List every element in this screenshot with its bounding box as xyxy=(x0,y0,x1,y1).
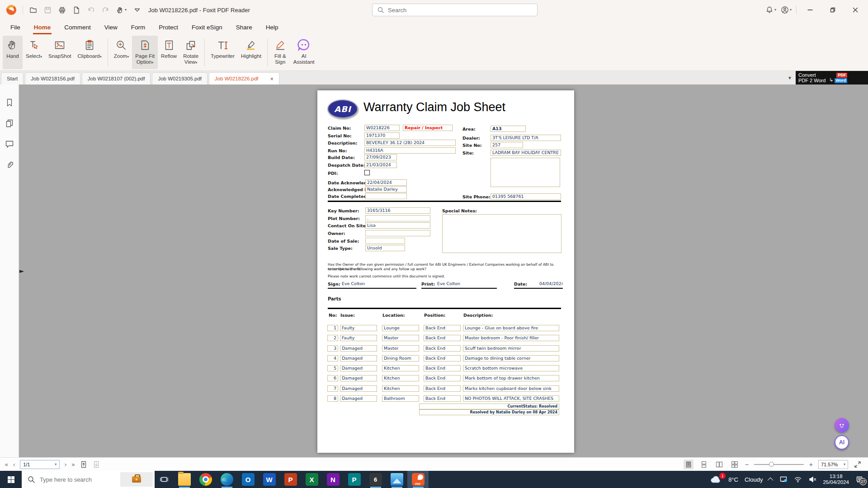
briefcase-button[interactable] xyxy=(120,472,153,487)
last-page-button[interactable]: » xyxy=(71,461,75,468)
menu-comment[interactable]: Comment xyxy=(57,21,98,34)
first-page-button[interactable]: « xyxy=(5,461,9,468)
site-field[interactable]: LADRAM BAY HOLIDAY CENTRE xyxy=(491,150,561,156)
tab-job-w0218226[interactable]: Job W0218226.pdf× xyxy=(209,72,279,84)
serial-no-field[interactable]: 1971370 xyxy=(364,132,400,139)
taskbar-app-powerpoint[interactable]: P xyxy=(280,471,301,488)
plot-number-field[interactable]: . xyxy=(365,215,430,221)
zoom-slider[interactable] xyxy=(754,464,804,465)
description-field[interactable]: BEVERLEY 36.12 (2B) 2024 xyxy=(364,140,456,146)
pdi-checkbox[interactable] xyxy=(364,170,370,175)
taskbar-app-outlook[interactable]: O xyxy=(237,471,259,488)
tab-close-icon[interactable]: × xyxy=(270,75,274,82)
hidden-icons-chevron[interactable] xyxy=(768,477,774,483)
zoom-in-button[interactable]: + xyxy=(809,461,813,468)
taskbar-app-6[interactable]: 6 xyxy=(365,471,386,488)
continuous-view-button[interactable] xyxy=(699,460,709,469)
menu-foxit-esign[interactable]: Foxit eSign xyxy=(185,21,229,34)
area-field[interactable]: A13 xyxy=(491,126,526,132)
taskbar-app-word[interactable]: W xyxy=(259,471,280,488)
titlebar-search[interactable] xyxy=(372,4,538,16)
zoom-out-button[interactable]: − xyxy=(745,461,749,468)
site-no-field[interactable]: 257 xyxy=(491,142,523,148)
print-value[interactable]: Eve Colton xyxy=(436,281,490,287)
single-page-view-button[interactable] xyxy=(684,460,693,469)
fill-sign-button[interactable]: Fill & Sign xyxy=(270,36,290,69)
menu-share[interactable]: Share xyxy=(229,21,259,34)
zoom-slider-thumb[interactable] xyxy=(769,462,774,467)
date-of-sale-field[interactable] xyxy=(365,238,405,244)
wifi-icon[interactable] xyxy=(794,475,802,483)
site-phone-field[interactable]: 01395 568761 xyxy=(491,193,561,200)
taskbar-app-foxit[interactable]: PDF xyxy=(407,471,429,488)
taskbar-search[interactable] xyxy=(22,471,155,488)
tab-job-w0218156[interactable]: Job W0218156.pdf xyxy=(25,72,80,84)
weather-temp[interactable]: 8°C xyxy=(728,476,738,483)
zoom-level-box[interactable]: 71.57%▾ xyxy=(818,460,848,469)
site-address-box[interactable] xyxy=(491,158,560,187)
menu-file[interactable]: File xyxy=(4,21,27,34)
clipboard-button[interactable]: Clipboard▾ xyxy=(75,36,105,69)
foxit-logo-icon[interactable] xyxy=(6,5,16,15)
restore-button[interactable] xyxy=(824,3,842,17)
notifications-button[interactable]: ▾ xyxy=(765,6,776,14)
claim-no-field[interactable]: W0218226 xyxy=(364,125,400,131)
date-acknowledged-field[interactable]: 22/04/2024 15:54:49 xyxy=(365,179,407,186)
snapshot-button[interactable]: SnapShot xyxy=(45,36,75,69)
print-button[interactable] xyxy=(58,6,66,14)
convert-pdf-to-word-button[interactable]: Convert PDF 2 Word PDF ↳Word xyxy=(796,71,868,84)
panel-expand-arrow[interactable]: ► xyxy=(19,267,24,274)
start-button[interactable] xyxy=(0,471,22,488)
ai-chat-floating-button[interactable] xyxy=(835,418,849,432)
tab-job-w0219305[interactable]: Job W0219305.pdf xyxy=(152,72,208,84)
menu-help[interactable]: Help xyxy=(259,21,285,34)
build-date-field[interactable]: 27/09/2023 xyxy=(364,154,397,160)
sign-value[interactable]: Eve Colton xyxy=(340,281,395,287)
pages-panel-button[interactable] xyxy=(5,119,14,128)
facing-view-button[interactable] xyxy=(714,460,724,469)
tab-job-w0218107[interactable]: Job W0218107 (002).pdf xyxy=(82,72,151,84)
dealer-field[interactable]: 3T'S LEISURE LTD T/A xyxy=(491,135,561,141)
reflow-button[interactable]: Reflow xyxy=(158,36,180,69)
acknowledged-by-field[interactable]: Natalie Darley xyxy=(365,186,407,192)
taskbar-app-excel[interactable]: X xyxy=(301,471,322,488)
hand-tool-button[interactable]: ▾ xyxy=(116,6,127,14)
cast-icon[interactable] xyxy=(779,475,788,483)
zoom-button[interactable]: Zoom▾ xyxy=(111,36,132,69)
menu-view[interactable]: View xyxy=(98,21,124,34)
volume-muted-icon[interactable] xyxy=(808,475,816,483)
taskbar-app-chrome[interactable] xyxy=(195,471,216,488)
tab-start[interactable]: Start xyxy=(1,72,24,84)
close-button[interactable] xyxy=(846,3,864,17)
action-center-button[interactable]: 27 xyxy=(855,475,863,483)
rotate-view-button[interactable]: Rotate View▾ xyxy=(180,36,202,69)
weather-condition[interactable]: Cloudy xyxy=(745,476,763,483)
ai-assistant-button[interactable]: AI Assistant xyxy=(290,36,318,69)
comments-panel-button[interactable] xyxy=(5,140,14,149)
despatch-date-field[interactable]: 21/03/2024 xyxy=(364,162,397,168)
date-completed-field[interactable] xyxy=(365,193,407,199)
search-input[interactable] xyxy=(388,7,524,14)
page-number-box[interactable]: 1/1▾ xyxy=(20,460,60,469)
key-number-field[interactable]: 3165/3116 xyxy=(365,207,430,214)
fullscreen-button[interactable] xyxy=(854,460,862,469)
taskbar-search-input[interactable] xyxy=(40,476,112,483)
clock[interactable]: 13:1825/04/2024 xyxy=(823,474,849,485)
menu-home[interactable]: Home xyxy=(27,21,58,34)
taskbar-app-onenote[interactable]: N xyxy=(322,471,344,488)
save-button[interactable] xyxy=(44,6,52,14)
taskbar-app-file-explorer[interactable] xyxy=(174,471,195,488)
facing-continuous-view-button[interactable] xyxy=(730,460,740,469)
next-page-button[interactable]: › xyxy=(64,461,67,468)
weather-button[interactable]: 1 xyxy=(710,475,722,483)
page-fit-option-button[interactable]: Page Fit Option▾ xyxy=(132,36,158,69)
taskbar-app-publisher[interactable]: P xyxy=(344,471,365,488)
highlight-button[interactable]: Highlight xyxy=(238,36,264,69)
attachments-panel-button[interactable] xyxy=(5,160,14,169)
taskbar-app-edge[interactable] xyxy=(216,471,237,488)
minimize-button[interactable] xyxy=(801,3,819,17)
ai-floating-button[interactable]: AI xyxy=(835,435,849,450)
special-notes-box[interactable] xyxy=(442,214,561,253)
undo-button[interactable] xyxy=(87,6,95,14)
previous-view-button[interactable] xyxy=(80,460,88,469)
